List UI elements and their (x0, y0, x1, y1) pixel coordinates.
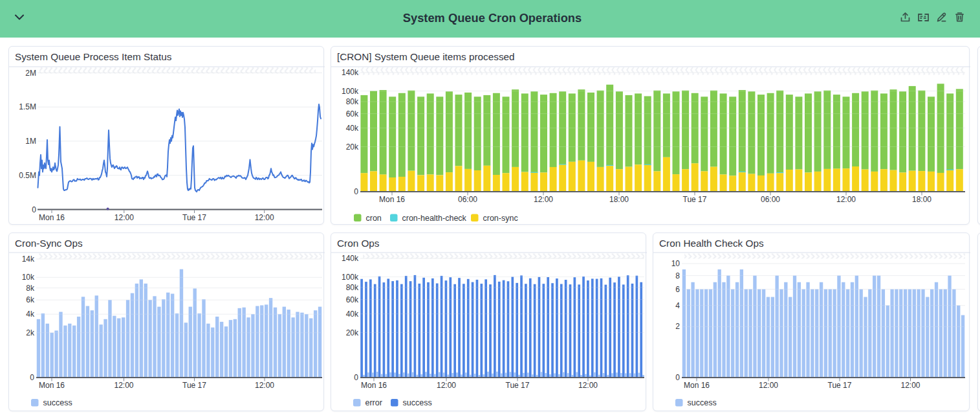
svg-text:0.5M: 0.5M (19, 171, 36, 180)
svg-text:1.5M: 1.5M (19, 102, 36, 111)
svg-text:0: 0 (30, 373, 34, 382)
svg-text:14k: 14k (22, 255, 35, 264)
svg-text:Mon 16: Mon 16 (39, 381, 65, 390)
svg-text:140k: 140k (342, 68, 359, 77)
svg-text:40k: 40k (346, 310, 359, 319)
svg-text:10k: 10k (22, 273, 35, 282)
svg-text:12:00: 12:00 (759, 381, 778, 390)
svg-text:Mon 16: Mon 16 (361, 381, 387, 390)
svg-text:0: 0 (32, 205, 36, 214)
svg-text:18:00: 18:00 (609, 195, 629, 204)
svg-text:80k: 80k (346, 97, 359, 106)
svg-text:100k: 100k (342, 87, 359, 96)
svg-text:0: 0 (675, 373, 680, 382)
svg-text:12:00: 12:00 (900, 381, 920, 390)
svg-text:12:00: 12:00 (437, 381, 456, 390)
svg-text:Tue 17: Tue 17 (683, 195, 707, 204)
svg-text:cron-health-check: cron-health-check (402, 214, 467, 223)
svg-text:8k: 8k (26, 284, 35, 293)
svg-text:2M: 2M (25, 69, 36, 78)
svg-text:Mon 16: Mon 16 (684, 381, 710, 390)
svg-text:6: 6 (675, 285, 680, 294)
svg-text:Tue 17: Tue 17 (182, 213, 206, 222)
svg-text:12:00: 12:00 (114, 381, 133, 390)
svg-text:Tue 17: Tue 17 (506, 381, 530, 390)
svg-text:140k: 140k (342, 254, 359, 263)
svg-text:2: 2 (675, 322, 680, 331)
svg-text:2k: 2k (26, 328, 35, 337)
svg-text:4: 4 (675, 301, 680, 310)
svg-text:100k: 100k (342, 273, 359, 282)
svg-text:success: success (403, 398, 432, 407)
svg-text:10: 10 (671, 259, 681, 268)
svg-text:0: 0 (354, 373, 358, 382)
svg-text:cron: cron (366, 214, 382, 223)
svg-text:error: error (365, 398, 382, 407)
svg-text:80k: 80k (346, 283, 359, 292)
svg-text:60k: 60k (346, 109, 359, 119)
svg-text:06:00: 06:00 (458, 195, 477, 204)
svg-text:12:00: 12:00 (836, 195, 856, 204)
svg-text:60k: 60k (346, 295, 359, 304)
svg-text:1M: 1M (25, 137, 36, 146)
svg-text:success: success (43, 398, 72, 407)
svg-text:18:00: 18:00 (912, 195, 931, 204)
svg-text:12:00: 12:00 (114, 213, 134, 222)
svg-text:20k: 20k (346, 328, 359, 337)
svg-text:12:00: 12:00 (578, 381, 598, 390)
svg-text:06:00: 06:00 (761, 195, 780, 204)
svg-text:0: 0 (354, 187, 358, 196)
svg-text:Mon 16: Mon 16 (39, 213, 65, 222)
svg-text:20k: 20k (346, 142, 359, 152)
svg-text:6k: 6k (26, 295, 35, 304)
svg-text:8: 8 (675, 271, 680, 280)
svg-text:12:00: 12:00 (255, 381, 274, 390)
svg-text:cron-sync: cron-sync (483, 214, 518, 223)
svg-text:success: success (688, 398, 717, 407)
svg-text:40k: 40k (346, 124, 359, 133)
svg-text:Tue 17: Tue 17 (828, 381, 852, 390)
svg-text:Mon 16: Mon 16 (379, 195, 405, 204)
svg-text:12:00: 12:00 (534, 195, 553, 204)
svg-text:12:00: 12:00 (255, 213, 274, 222)
svg-text:Tue 17: Tue 17 (182, 381, 206, 390)
svg-text:4k: 4k (26, 310, 35, 319)
